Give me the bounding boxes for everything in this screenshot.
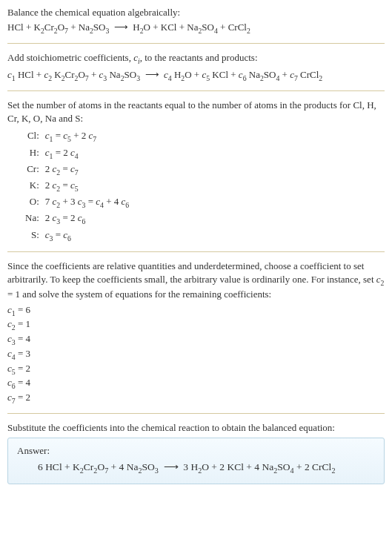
balanced-equation: 6 HCl + K2Cr2O7 + 4 Na2SO3 ⟶ 3 H2O + 2 K… — [17, 461, 375, 476]
divider-1 — [7, 43, 385, 44]
divider-2 — [7, 90, 385, 91]
atom-equation-table: Cl:c1 = c5 + 2 c7H:c1 = 2 c4Cr:2 c2 = c7… — [22, 128, 132, 244]
element-label: H: — [22, 145, 42, 162]
element-label: Cl: — [22, 128, 42, 145]
section-atom-equations: Set the number of atoms in the reactants… — [7, 99, 385, 244]
atom-equation-row: Cl:c1 = c5 + 2 c7 — [22, 128, 132, 145]
atom-equation-row: H:c1 = 2 c4 — [22, 145, 132, 162]
balance-intro-text: Balance the chemical equation algebraica… — [7, 6, 385, 19]
stoich-intro-text: Add stoichiometric coefficients, ci, to … — [7, 51, 385, 66]
element-label: K: — [22, 178, 42, 194]
atom-equation-row: S:c3 = c6 — [22, 228, 132, 244]
section-answer: Substitute the coefficients into the che… — [7, 421, 385, 484]
section-solve: Since the coefficients are relative quan… — [7, 260, 385, 406]
element-equation: 7 c2 + 3 c3 = c4 + 4 c6 — [42, 194, 132, 211]
unbalanced-equation: HCl + K2Cr2O7 + Na2SO3 ⟶ H2O + KCl + Na2… — [7, 21, 385, 36]
divider-3 — [7, 251, 385, 252]
section-balance-intro: Balance the chemical equation algebraica… — [7, 6, 385, 36]
element-label: Cr: — [22, 162, 42, 178]
divider-4 — [7, 413, 385, 414]
answer-box: Answer: 6 HCl + K2Cr2O7 + 4 Na2SO3 ⟶ 3 H… — [7, 438, 385, 484]
atom-equation-row: O:7 c2 + 3 c3 = c4 + 4 c6 — [22, 194, 132, 211]
answer-label: Answer: — [17, 444, 375, 458]
coefficient-value: c4 = 3 — [7, 347, 385, 362]
coefficient-value: c2 = 1 — [7, 317, 385, 332]
coefficient-list: c1 = 6c2 = 1c3 = 4c4 = 3c5 = 2c6 = 4c7 =… — [7, 303, 385, 406]
atom-equation-row: Na:2 c3 = 2 c6 — [22, 211, 132, 227]
element-equation: c1 = 2 c4 — [42, 145, 132, 162]
coefficient-value: c7 = 2 — [7, 391, 385, 406]
element-equation: c1 = c5 + 2 c7 — [42, 128, 132, 145]
solve-intro-text: Since the coefficients are relative quan… — [7, 260, 385, 302]
atom-intro-text: Set the number of atoms in the reactants… — [7, 99, 385, 125]
section-stoich: Add stoichiometric coefficients, ci, to … — [7, 51, 385, 82]
answer-intro-text: Substitute the coefficients into the che… — [7, 421, 385, 435]
element-equation: c3 = c6 — [42, 228, 132, 244]
atom-equation-row: K:2 c2 = c5 — [22, 178, 132, 194]
coefficient-value: c1 = 6 — [7, 303, 385, 318]
element-label: O: — [22, 194, 42, 211]
coefficient-value: c3 = 4 — [7, 332, 385, 347]
element-equation: 2 c2 = c7 — [42, 162, 132, 178]
stoich-equation: c1 HCl + c2 K2Cr2O7 + c3 Na2SO3 ⟶ c4 H2O… — [7, 68, 385, 83]
element-equation: 2 c3 = 2 c6 — [42, 211, 132, 227]
atom-equation-row: Cr:2 c2 = c7 — [22, 162, 132, 178]
element-label: Na: — [22, 211, 42, 227]
element-equation: 2 c2 = c5 — [42, 178, 132, 194]
element-label: S: — [22, 228, 42, 244]
coefficient-value: c5 = 2 — [7, 362, 385, 377]
coefficient-value: c6 = 4 — [7, 376, 385, 391]
